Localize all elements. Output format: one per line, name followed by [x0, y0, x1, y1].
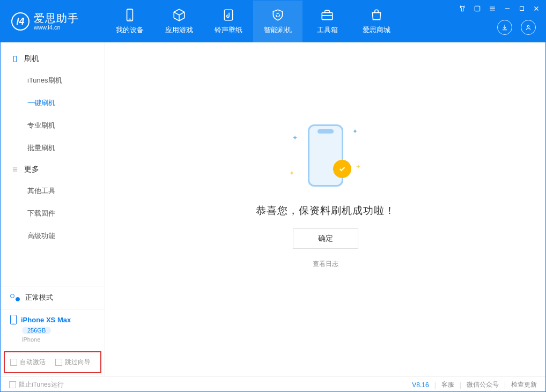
device-name: iPhone XS Max	[21, 316, 71, 324]
version-label: V8.16	[412, 381, 429, 389]
app-header: i4 爱思助手 www.i4.cn 我的设备 应用游戏 铃声壁纸 智能刷机 工具…	[1, 1, 545, 42]
sparkle-icon: ✦	[356, 163, 361, 171]
main-content: ✦ ✦ ✦ ✦ 恭喜您，保资料刷机成功啦！ 确定 查看日志	[105, 42, 545, 376]
tab-my-device[interactable]: 我的设备	[105, 1, 154, 42]
sidebar-group-flash[interactable]: 刷机	[1, 49, 105, 69]
logo-icon: i4	[11, 12, 29, 31]
success-message: 恭喜您，保资料刷机成功啦！	[256, 204, 395, 218]
device-panel: 正常模式 iPhone XS Max 256GB iPhone 自动激活 跳过向…	[1, 286, 105, 376]
download-button[interactable]	[497, 20, 512, 35]
device-mode-label: 正常模式	[25, 293, 53, 302]
list-icon	[11, 166, 19, 173]
svg-rect-3	[322, 13, 333, 20]
tab-ringtones[interactable]: 铃声壁纸	[204, 1, 253, 42]
feedback-icon[interactable]	[474, 5, 481, 12]
refresh-shield-icon	[271, 8, 285, 22]
sidebar: 刷机 iTunes刷机 一键刷机 专业刷机 批量刷机 更多 其他工具 下载固件 …	[1, 42, 105, 376]
device-small-icon	[11, 55, 19, 63]
svg-rect-4	[475, 6, 479, 11]
sidebar-item-pro-flash[interactable]: 专业刷机	[1, 114, 105, 137]
block-itunes-checkbox[interactable]: 阻止iTunes运行	[9, 380, 64, 389]
phone-illustration-icon	[308, 124, 343, 187]
support-link[interactable]: 客服	[441, 380, 454, 389]
statusbar: 阻止iTunes运行 V8.16 | 客服 | 微信公众号 | 检查更新	[1, 376, 545, 392]
sidebar-item-itunes-flash[interactable]: iTunes刷机	[1, 69, 105, 92]
phone-icon	[123, 8, 137, 22]
svg-rect-9	[520, 7, 524, 11]
skip-guide-checkbox[interactable]: 跳过向导	[55, 358, 91, 367]
user-icon	[525, 24, 532, 31]
bag-icon	[370, 8, 383, 22]
tab-toolbox[interactable]: 工具箱	[302, 1, 352, 42]
check-badge-icon	[333, 160, 351, 178]
sparkle-icon: ✦	[352, 128, 358, 135]
device-capacity: 256GB	[22, 327, 51, 334]
sidebar-item-other-tools[interactable]: 其他工具	[1, 180, 105, 202]
sidebar-item-batch-flash[interactable]: 批量刷机	[1, 137, 105, 159]
view-log-link[interactable]: 查看日志	[313, 260, 338, 269]
svg-rect-2	[224, 10, 232, 20]
flash-options-row: 自动激活 跳过向导	[4, 351, 101, 373]
auto-activate-checkbox[interactable]: 自动激活	[10, 358, 46, 367]
device-info-row[interactable]: iPhone XS Max 256GB iPhone	[1, 309, 105, 348]
titlebar-controls	[459, 5, 540, 12]
toolbox-icon	[320, 8, 334, 22]
nav-tabs: 我的设备 应用游戏 铃声壁纸 智能刷机 工具箱 爱思商城	[105, 1, 401, 42]
device-type: iPhone	[22, 336, 40, 343]
sidebar-item-oneclick-flash[interactable]: 一键刷机	[1, 92, 105, 114]
mode-icon	[10, 293, 20, 302]
app-title: 爱思助手	[34, 12, 79, 24]
check-update-link[interactable]: 检查更新	[511, 380, 537, 389]
shirt-icon[interactable]	[459, 5, 466, 12]
menu-icon[interactable]	[489, 5, 496, 12]
header-actions	[497, 20, 536, 35]
sidebar-item-download-firmware[interactable]: 下载固件	[1, 202, 105, 225]
tab-store[interactable]: 爱思商城	[352, 1, 401, 42]
sidebar-item-advanced[interactable]: 高级功能	[1, 225, 105, 247]
sparkle-icon: ✦	[289, 169, 294, 177]
minimize-icon[interactable]	[504, 5, 511, 12]
ok-button[interactable]: 确定	[293, 228, 358, 249]
svg-rect-13	[13, 56, 17, 62]
device-mode-row[interactable]: 正常模式	[1, 286, 105, 309]
wechat-link[interactable]: 微信公众号	[467, 380, 499, 389]
app-subtitle: www.i4.cn	[34, 24, 79, 31]
cube-icon	[172, 8, 186, 22]
download-icon	[501, 24, 508, 31]
close-icon[interactable]	[533, 5, 540, 12]
music-file-icon	[222, 8, 235, 22]
tab-smart-flash[interactable]: 智能刷机	[253, 1, 302, 42]
user-button[interactable]	[521, 20, 536, 35]
tab-apps-games[interactable]: 应用游戏	[154, 1, 204, 42]
phone-small-icon	[10, 315, 17, 324]
svg-point-12	[527, 26, 529, 28]
logo-area: i4 爱思助手 www.i4.cn	[1, 1, 105, 42]
maximize-icon[interactable]	[519, 5, 525, 12]
success-illustration: ✦ ✦ ✦ ✦	[288, 118, 363, 193]
sparkle-icon: ✦	[292, 134, 298, 142]
sidebar-group-more[interactable]: 更多	[1, 159, 105, 180]
